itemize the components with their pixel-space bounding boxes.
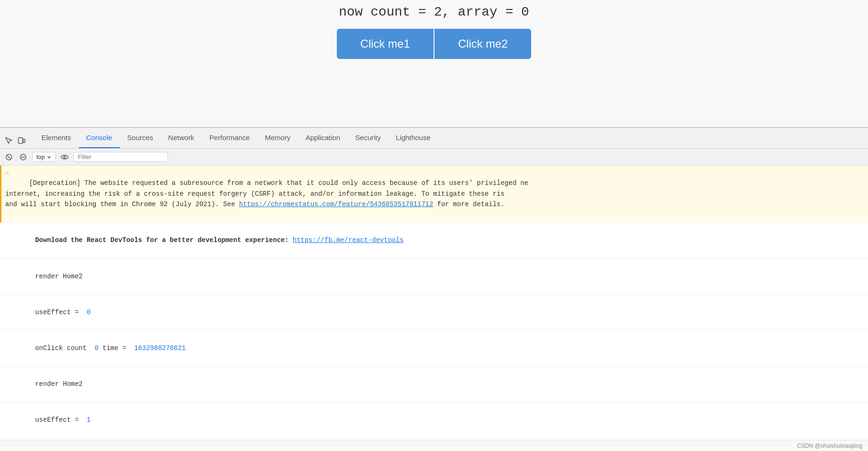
tab-network[interactable]: Network xyxy=(161,128,202,148)
status-bar: CSDN @shuishuixiaoping xyxy=(0,440,868,451)
svg-rect-0 xyxy=(18,138,23,143)
console-output: [Deprecation] The website requested a su… xyxy=(0,166,868,440)
no-entry-icon[interactable] xyxy=(18,152,28,162)
tab-lighthouse[interactable]: Lighthouse xyxy=(388,128,438,148)
button-row: Click me1 Click me2 xyxy=(337,29,532,59)
react-devtools-link[interactable]: https://fb.me/react-devtools xyxy=(293,236,404,244)
context-value: top xyxy=(36,153,45,160)
console-message-deprecation: [Deprecation] The website requested a su… xyxy=(0,166,868,223)
page-area: now count = 2, array = 0 Click me1 Click… xyxy=(0,0,868,127)
inspect-icon[interactable] xyxy=(4,136,13,145)
tab-elements[interactable]: Elements xyxy=(34,128,79,148)
console-message-react: Download the React DevTools for a better… xyxy=(0,223,868,259)
tab-sources[interactable]: Sources xyxy=(120,128,161,148)
svg-point-7 xyxy=(64,156,66,158)
tab-performance[interactable]: Performance xyxy=(202,128,258,148)
console-filter-input[interactable] xyxy=(74,152,168,162)
context-selector[interactable]: top xyxy=(32,152,56,162)
console-message-onclick: onClick count 0 time = 1632988278621 xyxy=(0,330,868,366)
deprecation-link[interactable]: https://chromestatus.com/feature/5436853… xyxy=(239,200,434,208)
tab-icons xyxy=(4,136,26,148)
device-toolbar-icon[interactable] xyxy=(17,136,26,145)
tab-application[interactable]: Application xyxy=(298,128,348,148)
click-me2-button[interactable]: Click me2 xyxy=(434,29,531,59)
eye-icon[interactable] xyxy=(59,152,70,162)
devtools-panel: Elements Console Sources Network Perform… xyxy=(0,127,868,451)
console-message-useeffect1: useEffect = 1 xyxy=(0,402,868,438)
click-me1-button[interactable]: Click me1 xyxy=(337,29,434,59)
console-message-useeffect0: useEffect = 0 xyxy=(0,294,868,330)
tab-console[interactable]: Console xyxy=(79,128,120,148)
svg-point-6 xyxy=(61,155,68,159)
tab-memory[interactable]: Memory xyxy=(258,128,298,148)
tab-security[interactable]: Security xyxy=(348,128,388,148)
console-toolbar: top xyxy=(0,149,868,166)
svg-rect-1 xyxy=(23,139,25,142)
svg-line-3 xyxy=(7,155,11,159)
clear-console-icon[interactable] xyxy=(4,152,14,162)
watermark-text: CSDN @shuishuixiaoping xyxy=(797,443,862,449)
page-title: now count = 2, array = 0 xyxy=(339,5,529,19)
console-message-render2: render Home2 xyxy=(0,367,868,402)
console-message-render1: render Home2 xyxy=(0,259,868,294)
devtools-tab-bar: Elements Console Sources Network Perform… xyxy=(0,128,868,149)
